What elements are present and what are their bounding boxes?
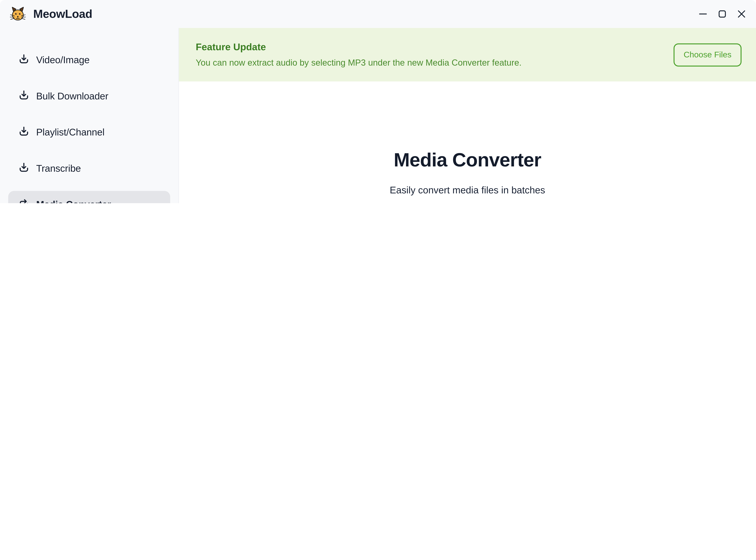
close-icon bbox=[737, 9, 746, 18]
download-icon bbox=[18, 54, 29, 66]
sidebar-item-label: Media Converter bbox=[36, 199, 111, 203]
page-subtitle: Easily convert media files in batches bbox=[179, 184, 756, 196]
sidebar-item-video-image[interactable]: Video/Image bbox=[8, 46, 170, 74]
repeat-icon bbox=[18, 198, 29, 203]
page-title: Media Converter bbox=[179, 148, 756, 171]
sidebar-item-label: Transcribe bbox=[36, 163, 81, 174]
sidebar-item-media-converter[interactable]: Media Converter bbox=[8, 191, 170, 203]
app-title: MeowLoad bbox=[33, 7, 92, 21]
feature-update-banner: Feature Update You can now extract audio… bbox=[179, 28, 756, 82]
title-bar: MeowLoad bbox=[0, 0, 756, 28]
download-icon bbox=[18, 89, 29, 103]
app-logo-cat-icon bbox=[9, 6, 26, 22]
maximize-icon bbox=[718, 9, 727, 18]
download-icon bbox=[18, 126, 29, 139]
main-area: Feature Update You can now extract audio… bbox=[179, 28, 756, 203]
sidebar-item-label: Playlist/Channel bbox=[36, 127, 105, 138]
maximize-button[interactable] bbox=[713, 4, 732, 24]
sidebar-item-label: Video/Image bbox=[36, 55, 89, 65]
banner-message: You can now extract audio by selecting M… bbox=[196, 58, 674, 68]
sidebar-item-transcribe[interactable]: Transcribe bbox=[8, 155, 170, 182]
sidebar-nav: Video/Image Bulk Downloader Playlist/Cha… bbox=[0, 28, 178, 203]
minimize-button[interactable] bbox=[693, 4, 713, 24]
sidebar-item-label: Bulk Downloader bbox=[36, 91, 108, 102]
download-icon bbox=[18, 162, 29, 175]
close-button[interactable] bbox=[732, 4, 751, 24]
banner-choose-files-button[interactable]: Choose Files bbox=[674, 43, 741, 66]
minimize-icon bbox=[699, 9, 707, 18]
app-window: MeowLoad Video/Im bbox=[0, 0, 756, 203]
banner-title: Feature Update bbox=[196, 41, 674, 53]
sidebar: Video/Image Bulk Downloader Playlist/Cha… bbox=[0, 28, 179, 203]
banner-text: Feature Update You can now extract audio… bbox=[196, 41, 674, 68]
sidebar-item-playlist-channel[interactable]: Playlist/Channel bbox=[8, 119, 170, 146]
sidebar-item-bulk-downloader[interactable]: Bulk Downloader bbox=[8, 82, 170, 110]
media-converter-page: Media Converter Easily convert media fil… bbox=[179, 82, 756, 203]
